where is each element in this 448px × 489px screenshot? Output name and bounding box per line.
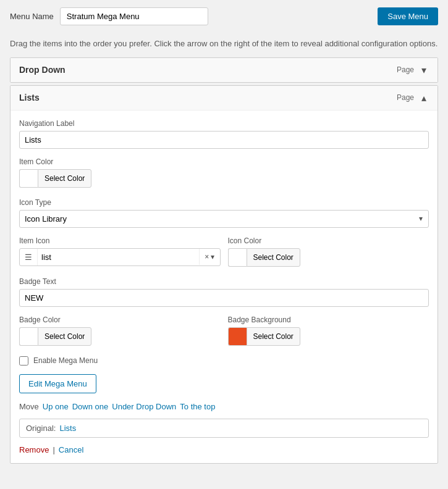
item-icon-input-wrapper: ☰ × ▾	[19, 248, 221, 266]
menu-item-dropdown: Drop Down Page ▾	[10, 57, 438, 83]
description-text: Drag the items into the order you prefer…	[0, 33, 448, 57]
edit-mega-menu-button[interactable]: Edit Mega Menu	[19, 374, 96, 393]
save-menu-button[interactable]: Save Menu	[378, 7, 438, 25]
badge-bg-swatch[interactable]	[228, 327, 247, 346]
badge-color-selector: Select Color	[19, 327, 91, 346]
enable-mega-menu-label: Enable Mega Menu	[33, 356, 98, 365]
badge-bg-selector: Select Color	[228, 327, 300, 346]
item-icon-glyph: ☰	[20, 249, 38, 265]
lists-title: Lists	[19, 93, 397, 102]
icon-type-label: Icon Type	[19, 198, 429, 207]
badge-color-swatch[interactable]	[19, 327, 38, 346]
original-label: Original:	[26, 424, 56, 433]
badge-color-group: Badge Color Select Color	[19, 316, 221, 348]
item-color-label: Item Color	[19, 157, 429, 166]
icon-type-select[interactable]: Icon Library Custom None	[19, 210, 429, 228]
enable-mega-menu-checkbox[interactable]	[19, 356, 28, 366]
item-color-selector: Select Color	[19, 169, 91, 188]
lists-toggle-arrow[interactable]: ▴	[419, 92, 429, 104]
badge-bg-label: Badge Background	[228, 316, 429, 324]
item-color-button[interactable]: Select Color	[38, 169, 91, 188]
move-down-one-link[interactable]: Down one	[72, 402, 109, 411]
menu-item-lists: Lists Page ▴ Navigation Label Item Color…	[10, 85, 438, 464]
lists-header: Lists Page ▴	[11, 86, 437, 111]
action-row: Remove | Cancel	[19, 445, 429, 454]
lists-body: Navigation Label Item Color Select Color…	[11, 111, 437, 463]
item-icon-clear[interactable]: × ▾	[199, 249, 219, 265]
icon-color-swatch[interactable]	[228, 248, 247, 267]
top-bar: Menu Name Save Menu	[0, 0, 448, 33]
icon-type-group: Icon Type Icon Library Custom None	[19, 198, 429, 228]
separator: |	[53, 445, 54, 454]
cancel-link[interactable]: Cancel	[59, 445, 83, 454]
navigation-label-label: Navigation Label	[19, 119, 429, 128]
move-to-the-top-link[interactable]: To the top	[180, 402, 215, 411]
icon-type-select-wrapper: Icon Library Custom None	[19, 210, 429, 228]
dropdown-toggle-arrow[interactable]: ▾	[419, 64, 429, 76]
badge-text-label: Badge Text	[19, 277, 429, 286]
move-up-one-link[interactable]: Up one	[43, 402, 69, 411]
edit-mega-menu-wrapper: Edit Mega Menu	[19, 374, 429, 402]
badge-color-label: Badge Color	[19, 316, 221, 324]
enable-mega-menu-group: Enable Mega Menu	[19, 356, 429, 366]
badge-color-button[interactable]: Select Color	[38, 327, 91, 346]
menu-name-label: Menu Name	[10, 12, 54, 21]
item-icon-group: Item Icon ☰ × ▾	[19, 236, 221, 269]
icon-color-selector: Select Color	[228, 248, 300, 267]
move-row: Move Up one Down one Under Drop Down To …	[19, 402, 429, 411]
icon-color-button[interactable]: Select Color	[247, 248, 300, 267]
icon-color-label: Icon Color	[228, 236, 429, 245]
item-color-group: Item Color Select Color	[19, 157, 429, 190]
remove-link[interactable]: Remove	[19, 445, 49, 454]
navigation-label-input[interactable]	[19, 131, 429, 149]
dropdown-type: Page	[397, 65, 414, 74]
dropdown-title: Drop Down	[19, 65, 397, 75]
menu-name-input[interactable]	[60, 7, 208, 25]
item-color-swatch[interactable]	[19, 169, 38, 188]
move-label: Move	[19, 402, 39, 411]
badge-text-input[interactable]	[19, 289, 429, 307]
move-under-drop-down-link[interactable]: Under Drop Down	[112, 402, 176, 411]
original-link[interactable]: Lists	[59, 424, 76, 433]
badge-color-row: Badge Color Select Color Badge Backgroun…	[19, 316, 429, 348]
badge-bg-button[interactable]: Select Color	[247, 327, 300, 346]
icon-color-group: Icon Color Select Color	[228, 236, 429, 269]
badge-text-group: Badge Text	[19, 277, 429, 307]
icon-row: Item Icon ☰ × ▾ Icon Color Select Color	[19, 236, 429, 269]
menu-container: Drop Down Page ▾ Lists Page ▴ Navigation…	[0, 57, 448, 464]
original-row: Original: Lists	[19, 419, 429, 438]
item-icon-input[interactable]	[38, 249, 199, 265]
badge-bg-group: Badge Background Select Color	[228, 316, 429, 348]
navigation-label-group: Navigation Label	[19, 119, 429, 149]
dropdown-header: Drop Down Page ▾	[11, 58, 437, 82]
item-icon-label: Item Icon	[19, 236, 221, 245]
lists-type: Page	[397, 93, 414, 102]
